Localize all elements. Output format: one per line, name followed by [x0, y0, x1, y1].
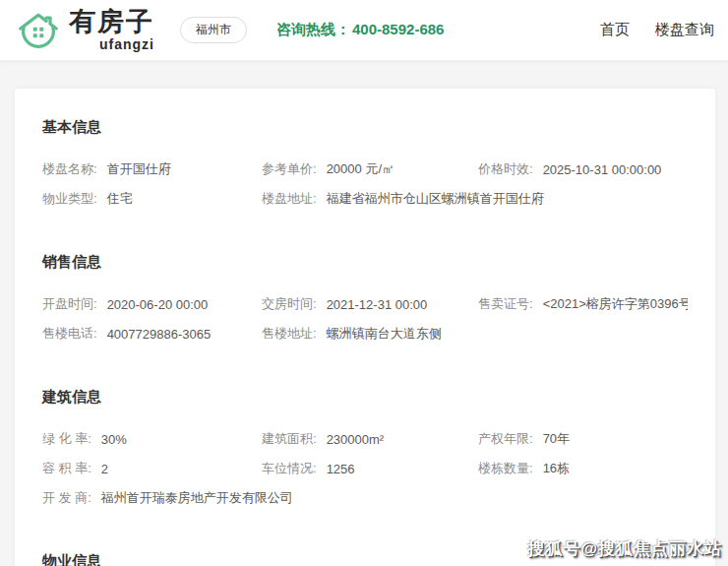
field-label: 物业类型:	[42, 190, 97, 208]
field-value: 1256	[327, 462, 355, 476]
info-row: 楼盘名称:首开国仕府参考单价:20000 元/㎡价格时效:2025-10-31 …	[42, 155, 688, 184]
info-row: 绿 化 率:30%建筑面积:230000m²产权年限:70年	[42, 424, 688, 454]
field-building-count: 楼栋数量:16栋	[478, 460, 688, 477]
field-estate-address: 楼盘地址:福建省福州市仓山区螺洲镇首开国仕府	[262, 190, 688, 208]
field-value: 螺洲镇南台大道东侧	[327, 325, 442, 343]
section-title-building-info: 建筑信息	[42, 388, 688, 407]
field-sales-address: 售楼地址:螺洲镇南台大道东侧	[262, 325, 688, 343]
field-building-area: 建筑面积:230000m²	[262, 430, 478, 448]
field-label: 建筑面积:	[262, 430, 317, 448]
info-row: 开 发 商:福州首开瑞泰房地产开发有限公司	[42, 483, 688, 513]
field-opening-time: 开盘时间:2020-06-20 00:00	[42, 295, 262, 313]
section-sales-info: 销售信息开盘时间:2020-06-20 00:00交房时间:2021-12-31…	[42, 253, 688, 348]
section-basic-info: 基本信息楼盘名称:首开国仕府参考单价:20000 元/㎡价格时效:2025-10…	[42, 118, 688, 214]
field-value: 福建省福州市仓山区螺洲镇首开国仕府	[327, 190, 544, 208]
field-label: 楼盘地址:	[262, 190, 317, 208]
hotline-label: 咨询热线：	[276, 21, 350, 37]
section-title-basic-info: 基本信息	[42, 118, 688, 137]
nav-item-property-search[interactable]: 楼盘查询	[655, 21, 714, 39]
field-label: 售楼电话:	[42, 325, 97, 343]
hotline-number: 400-8592-686	[352, 21, 444, 37]
section-property-info: 物业信息物业公司:首万物业物业费用:3.58	[42, 552, 688, 566]
field-label: 交房时间:	[262, 295, 317, 313]
field-label: 容 积 率:	[42, 460, 91, 477]
main-nav: 首页 楼盘查询	[600, 21, 714, 39]
field-value: 2020-06-20 00:00	[107, 297, 209, 312]
field-price-validity: 价格时效:2025-10-31 00:00:00	[478, 160, 688, 178]
field-label: 售卖证号:	[478, 295, 533, 313]
field-value: 70年	[543, 430, 570, 448]
field-value: <2021>榕房许字第0396号	[543, 295, 688, 313]
field-label: 价格时效:	[478, 160, 533, 178]
info-row: 容 积 率:2车位情况:1256楼栋数量:16栋	[42, 454, 688, 483]
field-label: 产权年限:	[478, 430, 533, 448]
field-value: 16栋	[543, 460, 570, 477]
field-label: 绿 化 率:	[42, 430, 91, 448]
field-value: 2	[101, 462, 108, 476]
field-value: 230000m²	[327, 432, 385, 447]
field-label: 售楼地址:	[262, 325, 317, 343]
field-value: 住宅	[107, 190, 133, 208]
nav-item-home[interactable]: 首页	[600, 21, 630, 39]
section-building-info: 建筑信息绿 化 率:30%建筑面积:230000m²产权年限:70年容 积 率:…	[42, 388, 688, 513]
field-property-type: 物业类型:住宅	[42, 190, 262, 208]
section-title-sales-info: 销售信息	[42, 253, 688, 272]
field-reference-price: 参考单价:20000 元/㎡	[262, 160, 478, 178]
field-label: 楼栋数量:	[478, 460, 533, 477]
field-delivery-time: 交房时间:2021-12-31 00:00	[262, 295, 478, 313]
info-row: 物业类型:住宅楼盘地址:福建省福州市仓山区螺洲镇首开国仕府	[42, 184, 688, 214]
house-logo-icon	[16, 8, 61, 53]
field-greening-rate: 绿 化 率:30%	[42, 430, 262, 448]
field-sales-license: 售卖证号:<2021>榕房许字第0396号	[478, 295, 688, 313]
site-logo[interactable]: 有房子 ufangzi	[16, 8, 154, 53]
field-value: 20000 元/㎡	[327, 160, 394, 178]
top-header: 有房子 ufangzi 福州市 咨询热线：400-8592-686 首页 楼盘查…	[0, 0, 728, 61]
logo-title: 有房子	[69, 9, 154, 35]
field-estate-name: 楼盘名称:首开国仕府	[42, 160, 262, 178]
info-card: 基本信息楼盘名称:首开国仕府参考单价:20000 元/㎡价格时效:2025-10…	[15, 89, 715, 566]
field-parking-situation: 车位情况:1256	[262, 460, 478, 477]
info-row: 售楼电话:4007729886-3065售楼地址:螺洲镇南台大道东侧	[42, 319, 688, 348]
field-property-rights-years: 产权年限:70年	[478, 430, 688, 448]
field-label: 开 发 商:	[42, 489, 91, 507]
field-label: 车位情况:	[262, 460, 317, 477]
field-plot-ratio: 容 积 率:2	[42, 460, 262, 477]
field-label: 开盘时间:	[42, 295, 97, 313]
field-value: 4007729886-3065	[107, 327, 212, 342]
field-value: 福州首开瑞泰房地产开发有限公司	[101, 489, 293, 507]
section-title-property-info: 物业信息	[42, 552, 688, 566]
city-selector[interactable]: 福州市	[180, 17, 247, 43]
field-value: 首开国仕府	[107, 160, 171, 178]
logo-subtitle: ufangzi	[99, 37, 154, 51]
field-sales-phone: 售楼电话:4007729886-3065	[42, 325, 262, 343]
info-row: 开盘时间:2020-06-20 00:00交房时间:2021-12-31 00:…	[42, 289, 688, 319]
field-developer: 开 发 商:福州首开瑞泰房地产开发有限公司	[42, 489, 688, 507]
field-label: 参考单价:	[262, 160, 317, 178]
field-value: 2025-10-31 00:00:00	[543, 162, 662, 177]
field-value: 2021-12-31 00:00	[327, 297, 428, 312]
logo-text: 有房子 ufangzi	[69, 9, 154, 51]
hotline: 咨询热线：400-8592-686	[276, 21, 444, 39]
field-label: 楼盘名称:	[42, 160, 97, 178]
field-value: 30%	[101, 432, 127, 447]
